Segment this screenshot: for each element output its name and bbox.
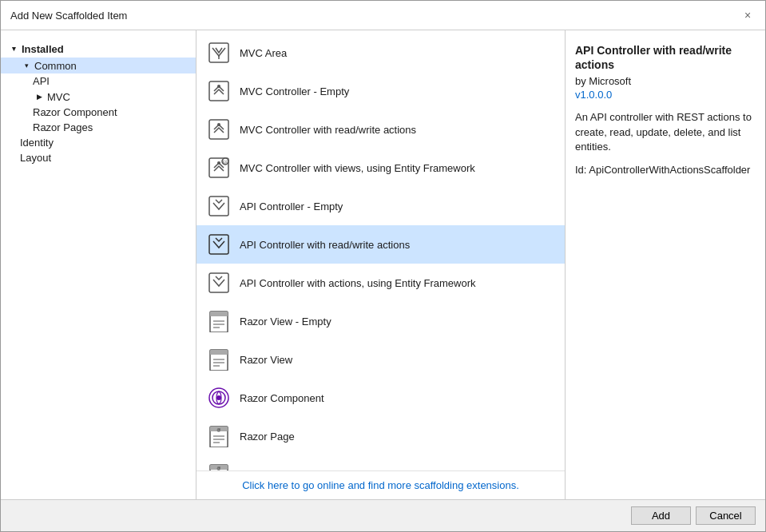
- expand-icon-common: ▾: [20, 59, 33, 72]
- mvc-label: MVC: [47, 91, 70, 103]
- razor-page-ef-icon: @: [206, 462, 232, 470]
- list-item-razor-page[interactable]: @ Razor Page: [196, 417, 565, 455]
- tree-node-installed[interactable]: ▾ Installed: [1, 40, 196, 58]
- right-panel: API Controller with read/write actions b…: [566, 30, 765, 499]
- mvc-controller-empty-label: MVC Controller - Empty: [240, 85, 349, 97]
- razor-pages-label: Razor Pages: [33, 121, 93, 133]
- razor-page-label: Razor Page: [240, 431, 295, 443]
- tree-node-identity[interactable]: Identity: [1, 135, 196, 150]
- svg-rect-11: [209, 235, 228, 254]
- svg-point-25: [216, 395, 221, 400]
- right-panel-description: An API controller with REST actions to c…: [575, 110, 756, 154]
- api-controller-empty-icon: [206, 193, 232, 219]
- list-item-api-controller-rw[interactable]: API Controller with read/write actions: [196, 225, 565, 264]
- dialog-title-bar: Add New Scaffolded Item ×: [1, 1, 765, 30]
- razor-view-empty-icon: [206, 308, 232, 334]
- mvc-controller-empty-icon: [206, 78, 232, 104]
- api-controller-ef-label: API Controller with actions, using Entit…: [240, 277, 476, 289]
- left-panel: ▾ Installed ▾ Common API ▶ MVC: [1, 30, 196, 499]
- expand-icon-installed: ▾: [7, 42, 20, 55]
- svg-rect-10: [209, 197, 228, 216]
- tree-node-common[interactable]: ▾ Common: [1, 58, 196, 73]
- list-item-mvc-controller-ef[interactable]: EF MVC Controller with views, using Enti…: [196, 149, 565, 187]
- razor-component-label: Razor Component: [240, 392, 324, 404]
- right-panel-id: Id: ApiControllerWithActionsScaffolder: [575, 164, 756, 176]
- installed-label: Installed: [22, 43, 64, 55]
- svg-rect-2: [209, 81, 228, 101]
- tree-node-razor-pages[interactable]: Razor Pages: [1, 120, 196, 135]
- svg-text:EF: EF: [223, 160, 228, 165]
- dialog-body: ▾ Installed ▾ Common API ▶ MVC: [1, 30, 765, 499]
- list-item-api-controller-ef[interactable]: API Controller with actions, using Entit…: [196, 264, 565, 302]
- cancel-button[interactable]: Cancel: [696, 506, 756, 525]
- list-item-mvc-controller-rw[interactable]: MVC Controller with read/write actions: [196, 110, 565, 149]
- mvc-controller-rw-label: MVC Controller with read/write actions: [240, 124, 416, 136]
- mvc-controller-ef-icon: EF: [206, 155, 232, 181]
- dialog-footer: Add Cancel: [1, 499, 765, 531]
- list-item-mvc-controller-empty[interactable]: MVC Controller - Empty: [196, 72, 565, 110]
- dialog-title: Add New Scaffolded Item: [10, 10, 127, 22]
- mvc-area-label: MVC Area: [240, 47, 287, 59]
- mvc-controller-rw-icon: [206, 117, 232, 142]
- svg-rect-12: [209, 273, 228, 292]
- razor-view-empty-label: Razor View - Empty: [240, 316, 331, 328]
- list-item-razor-page-ef[interactable]: @ Razor Page using Entity Framework: [196, 455, 565, 470]
- tree-node-layout[interactable]: Layout: [1, 150, 196, 165]
- right-panel-title: API Controller with read/write actions: [575, 43, 756, 72]
- tree-node-api[interactable]: API: [1, 73, 196, 89]
- mvc-controller-ef-label: MVC Controller with views, using Entity …: [240, 162, 475, 174]
- list-item-razor-view-empty[interactable]: Razor View - Empty: [196, 302, 565, 340]
- expand-icon-mvc: ▶: [33, 90, 46, 103]
- common-label: Common: [34, 60, 77, 72]
- list-item-razor-view[interactable]: Razor View: [196, 340, 565, 379]
- online-extensions-link[interactable]: Click here to go online and find more sc…: [242, 479, 519, 491]
- mvc-area-icon: [206, 40, 232, 66]
- svg-rect-19: [210, 350, 228, 355]
- api-controller-rw-label: API Controller with read/write actions: [240, 239, 410, 251]
- list-item-mvc-area[interactable]: MVC Area: [196, 34, 565, 72]
- svg-point-5: [217, 123, 220, 126]
- razor-view-icon: [206, 347, 232, 372]
- api-controller-empty-label: API Controller - Empty: [240, 200, 343, 212]
- svg-point-3: [217, 85, 220, 88]
- tree-node-mvc[interactable]: ▶ MVC: [1, 89, 196, 105]
- svg-point-7: [217, 161, 220, 165]
- center-panel: MVC Area MVC Controller - Empty: [196, 30, 566, 499]
- close-button[interactable]: ×: [740, 7, 756, 23]
- list-item-api-controller-empty[interactable]: API Controller - Empty: [196, 187, 565, 225]
- svg-text:@: @: [217, 427, 221, 432]
- tree-node-razor-component[interactable]: Razor Component: [1, 105, 196, 120]
- svg-rect-4: [209, 120, 228, 139]
- api-label: API: [33, 75, 50, 87]
- right-panel-by: by Microsoft: [575, 75, 756, 87]
- svg-rect-14: [210, 312, 228, 316]
- items-list: MVC Area MVC Controller - Empty: [196, 30, 565, 470]
- razor-view-label: Razor View: [240, 354, 292, 366]
- right-panel-version: v1.0.0.0: [575, 89, 756, 101]
- razor-page-icon: @: [206, 423, 232, 449]
- razor-component-icon: [206, 385, 232, 411]
- tree-section-installed: ▾ Installed ▾ Common API ▶ MVC: [1, 37, 196, 169]
- identity-label: Identity: [20, 137, 54, 149]
- api-controller-rw-icon: [206, 232, 232, 257]
- add-button[interactable]: Add: [631, 506, 691, 525]
- add-scaffolded-item-dialog: Add New Scaffolded Item × ▾ Installed ▾ …: [0, 0, 766, 532]
- api-controller-ef-icon: [206, 270, 232, 296]
- razor-component-label: Razor Component: [33, 106, 117, 118]
- layout-label: Layout: [20, 152, 51, 164]
- items-footer: Click here to go online and find more sc…: [196, 470, 565, 499]
- list-item-razor-component[interactable]: Razor Component: [196, 379, 565, 417]
